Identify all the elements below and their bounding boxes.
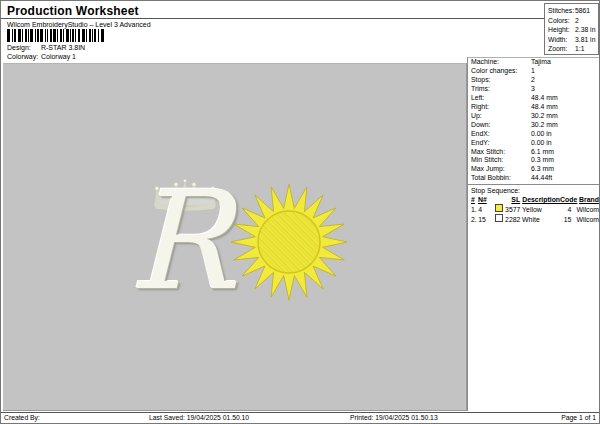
software-version-label: Wilcom EmbroideryStudio – Level 3 Advanc…	[7, 21, 151, 28]
machine-row: EndY:0.00 in	[468, 139, 599, 148]
barcode	[7, 29, 104, 42]
printed-label: Printed: 19/04/2025 01.50.13	[350, 414, 438, 421]
design-preview-canvas: R	[3, 63, 467, 411]
thread-color-swatch	[495, 214, 503, 222]
machine-row: Min Stitch:0.3 mm	[468, 156, 599, 165]
design-value: R-STAR 3.8IN	[41, 44, 85, 51]
stop-sequence-row: 2. 15 2282 White 15 Wilcom	[468, 214, 599, 224]
machine-row: Down:30.2 mm	[468, 121, 599, 130]
title-divider	[1, 18, 544, 19]
machine-row: Stops:2	[468, 76, 599, 85]
footer-divider	[1, 412, 599, 413]
machine-row: EndX:0.00 in	[468, 130, 599, 139]
design-name-row: Design: R-STAR 3.8IN	[7, 44, 85, 51]
machine-row: Max Stitch:6.1 mm	[468, 148, 599, 157]
machine-row: Right:48.4 mm	[468, 103, 599, 112]
summary-row-width: Width: 3.81 in	[548, 35, 598, 45]
stop-sequence-header: # N# SL Description Code Brand	[468, 195, 599, 204]
machine-row: Left:48.4 mm	[468, 94, 599, 103]
machine-row: Trims:3	[468, 85, 599, 94]
machine-row: Max Jump:6.3 mm	[468, 165, 599, 174]
machine-row: Up:30.2 mm	[468, 112, 599, 121]
machine-row: Total Bobbin:44.44ft	[468, 174, 599, 183]
stop-sequence-row: 1. 4 3577 Yellow 4 Wilcom	[468, 204, 599, 214]
summary-row-height: Height: 2.38 in	[548, 25, 598, 35]
letter-r-embroidery-graphic: R	[129, 173, 231, 309]
last-saved-label: Last Saved: 19/04/2025 01.50.10	[149, 414, 249, 421]
machine-row: Machine:Tajima	[468, 58, 599, 67]
page-number-label: Page 1 of 1	[561, 414, 596, 421]
design-label: Design:	[7, 44, 39, 51]
summary-row-zoom: Zoom: 1:1	[548, 44, 598, 54]
colorway-value: Colorway 1	[41, 53, 76, 60]
colorway-label: Colorway:	[7, 53, 39, 60]
sun-disc	[258, 211, 320, 273]
machine-row: Color changes:1	[468, 67, 599, 76]
created-by-label: Created By:	[4, 414, 40, 421]
design-summary-box: Stitches: 5861 Colors: 2 Height: 2.38 in…	[544, 3, 599, 55]
stop-sequence-title: Stop Sequence:	[468, 186, 599, 195]
colorway-row: Colorway: Colorway 1	[7, 53, 76, 60]
summary-row-stitches: Stitches: 5861	[548, 6, 598, 16]
summary-row-colors: Colors: 2	[548, 16, 598, 26]
machine-info-panel: Machine:Tajima Color changes:1 Stops:2 T…	[467, 57, 599, 411]
stop-sequence-divider	[468, 184, 599, 185]
thread-color-swatch	[495, 204, 503, 212]
page-title: Production Worksheet	[7, 4, 139, 18]
sun-embroidery-graphic	[227, 180, 351, 304]
production-worksheet-page: Production Worksheet Wilcom EmbroiderySt…	[0, 0, 600, 424]
